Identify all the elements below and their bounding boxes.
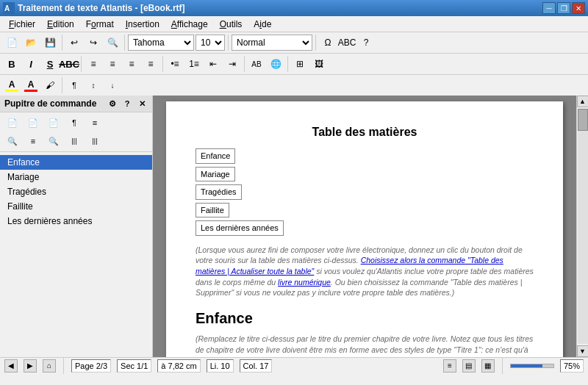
- image-button[interactable]: 🖼: [310, 55, 328, 73]
- menu-bar: Fichier Edition Format Insertion Afficha…: [0, 16, 588, 32]
- save-button[interactable]: 💾: [41, 34, 59, 51]
- panel-help-icon[interactable]: ?: [121, 98, 133, 109]
- highlight-color-button[interactable]: A: [3, 76, 21, 94]
- size-select[interactable]: 10: [196, 35, 225, 51]
- font-select[interactable]: Tahoma: [128, 35, 194, 51]
- nav-list: Enfance Mariage Tragédies Faillite Les d…: [0, 152, 152, 231]
- nav-item-dernieres[interactable]: Les dernières années: [0, 214, 152, 229]
- toc-item-faillite[interactable]: Faillite: [196, 203, 229, 218]
- new-button[interactable]: 📄: [3, 34, 21, 51]
- panel-btn6[interactable]: 🔍: [3, 133, 22, 149]
- panel-btn8[interactable]: 🔍: [44, 133, 63, 149]
- scroll-track[interactable]: [578, 109, 588, 344]
- view-btn3[interactable]: ▦: [481, 359, 495, 373]
- view-btn1[interactable]: ≡: [443, 359, 456, 373]
- panel-btn9[interactable]: |||: [65, 133, 84, 149]
- indent-button[interactable]: ⇥: [223, 55, 241, 73]
- find-button[interactable]: 🔍: [104, 34, 121, 51]
- panel-toolbar: 📄 📄 📄 ¶ ≡ 🔍 ≡ 🔍 ||| |||: [0, 112, 152, 152]
- scroll-up-button[interactable]: ▲: [577, 96, 589, 107]
- document-area[interactable]: Table des matières Enfance Mariage Tragé…: [153, 96, 576, 357]
- line-spacing-button[interactable]: ↕: [85, 76, 102, 94]
- menu-aide[interactable]: Aide: [248, 17, 277, 32]
- panel-btn2[interactable]: 📄: [24, 115, 43, 131]
- panel-btn7[interactable]: ≡: [24, 133, 43, 149]
- nav-item-faillite[interactable]: Faillite: [0, 199, 152, 214]
- style-toggle-button[interactable]: AB: [248, 55, 265, 73]
- scroll-down-button[interactable]: ▼: [577, 345, 589, 357]
- align-justify-button[interactable]: ≡: [142, 55, 159, 73]
- status-pos: à 7,82 cm: [157, 359, 200, 373]
- number-list-button[interactable]: 1≡: [185, 55, 203, 73]
- view-btn2[interactable]: ▤: [462, 359, 476, 373]
- nav-item-enfance[interactable]: Enfance: [0, 155, 152, 170]
- strikethrough-button[interactable]: ABC: [60, 55, 78, 73]
- panel-btn10[interactable]: |||: [85, 133, 104, 149]
- paint-format-button[interactable]: 🖌: [41, 76, 59, 94]
- close-button[interactable]: ✕: [572, 2, 585, 14]
- main-layout: Pupitre de commande ⚙ ? ✕ 📄 📄 📄 ¶ ≡ 🔍 ≡ …: [0, 96, 588, 357]
- toc-item-tragedies[interactable]: Tragédies: [196, 184, 242, 200]
- chapter-note: (Remplacez le titre ci-dessus par le tit…: [196, 334, 534, 357]
- toc-item-mariage[interactable]: Mariage: [196, 167, 235, 182]
- bold-button[interactable]: B: [3, 55, 21, 73]
- align-left-button[interactable]: ≡: [85, 55, 102, 73]
- panel-title: Pupitre de commande: [4, 98, 96, 109]
- special-chars-button[interactable]: Ω: [319, 34, 337, 51]
- menu-affichage[interactable]: Affichage: [165, 17, 214, 32]
- restore-button[interactable]: ❐: [557, 2, 570, 14]
- toc-link2[interactable]: livre numérique: [278, 278, 331, 287]
- undo-button[interactable]: ↩: [65, 34, 83, 51]
- menu-fichier[interactable]: Fichier: [3, 17, 41, 32]
- panel-header-icons: ⚙ ? ✕: [107, 98, 148, 109]
- menu-format[interactable]: Format: [80, 17, 120, 32]
- zoom-slider[interactable]: [510, 364, 554, 368]
- toc-title: Table des matières: [196, 123, 534, 141]
- window-title: Traitement de texte Atlantis - [eBook.rt…: [18, 3, 542, 13]
- style-select[interactable]: Normal: [232, 35, 312, 51]
- spellcheck-button[interactable]: ABC: [338, 34, 356, 51]
- sep8: [287, 56, 288, 72]
- table-button[interactable]: ⊞: [291, 55, 309, 73]
- nav-item-mariage[interactable]: Mariage: [0, 170, 152, 184]
- toolbar-formatting: B I S ABC ≡ ≡ ≡ ≡ •≡ 1≡ ⇤ ⇥ AB 🌐 ⊞ 🖼: [0, 53, 588, 74]
- minimize-button[interactable]: ─: [542, 2, 556, 14]
- font-color-bar: [24, 90, 37, 92]
- panel-btn4[interactable]: ¶: [65, 115, 84, 131]
- panel-btn1[interactable]: 📄: [3, 115, 22, 131]
- redo-button[interactable]: ↪: [85, 34, 102, 51]
- status-line: Li. 10: [207, 359, 234, 373]
- italic-button[interactable]: I: [22, 55, 40, 73]
- align-right-button[interactable]: ≡: [123, 55, 140, 73]
- menu-outils[interactable]: Outils: [214, 17, 248, 32]
- sep9: [62, 77, 62, 93]
- scroll-thumb[interactable]: [578, 109, 588, 131]
- paragraph-spacing-button[interactable]: ¶: [65, 76, 83, 94]
- more-spacing-button[interactable]: ↓: [104, 76, 121, 94]
- status-next-button[interactable]: ▶: [24, 359, 37, 373]
- outdent-button[interactable]: ⇤: [204, 55, 222, 73]
- toc-item-enfance[interactable]: Enfance: [196, 148, 235, 164]
- left-panel: Pupitre de commande ⚙ ? ✕ 📄 📄 📄 ¶ ≡ 🔍 ≡ …: [0, 96, 153, 357]
- bullet-list-button[interactable]: •≡: [166, 55, 184, 73]
- panel-btn5[interactable]: ≡: [85, 115, 104, 131]
- panel-close-icon[interactable]: ✕: [136, 98, 148, 109]
- font-color-button[interactable]: A: [22, 76, 40, 94]
- toc-item-dernieres[interactable]: Les dernières années: [196, 220, 284, 236]
- align-center-button[interactable]: ≡: [104, 55, 121, 73]
- nav-item-tragedies[interactable]: Tragédies: [0, 184, 152, 199]
- window-controls: ─ ❐ ✕: [542, 2, 585, 14]
- panel-btn3[interactable]: 📄: [44, 115, 63, 131]
- title-bar: A Traitement de texte Atlantis - [eBook.…: [0, 0, 588, 16]
- panel-settings-icon[interactable]: ⚙: [107, 98, 118, 109]
- menu-insertion[interactable]: Insertion: [120, 17, 165, 32]
- help-button[interactable]: ?: [357, 34, 375, 51]
- menu-edition[interactable]: Edition: [41, 17, 80, 32]
- link-button[interactable]: 🌐: [267, 55, 284, 73]
- underline-button[interactable]: S: [41, 55, 59, 73]
- svg-text:A: A: [4, 4, 10, 12]
- toc-link1[interactable]: Choisissez alors la commande "Table des …: [196, 256, 503, 276]
- open-button[interactable]: 📂: [22, 34, 40, 51]
- status-prev-button[interactable]: ◀: [4, 359, 18, 373]
- status-home-button[interactable]: ⌂: [43, 359, 56, 373]
